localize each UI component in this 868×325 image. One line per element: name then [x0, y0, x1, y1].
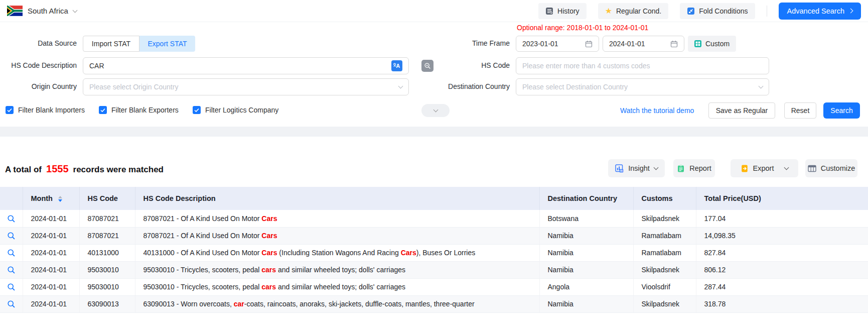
checkbox-checked-icon: [6, 106, 14, 114]
cell-hs-code: 87087021: [79, 227, 135, 244]
cell-hs-code: 95030010: [79, 278, 135, 295]
cell-total-price: 287.44: [696, 278, 868, 295]
south-africa-flag-icon: [7, 6, 23, 16]
custom-range-button[interactable]: Custom: [688, 36, 736, 52]
col-month[interactable]: Month: [23, 187, 79, 210]
col-month-label: Month: [31, 194, 53, 202]
start-date-input[interactable]: 2023-01-01: [516, 36, 599, 52]
hs-code-inputbox: [516, 57, 769, 74]
export-icon: [741, 164, 749, 173]
cell-hs-code: 87087021: [79, 210, 135, 227]
cell-hs-code: 95030010: [79, 261, 135, 278]
panel-separator: [0, 127, 868, 137]
end-date-input[interactable]: 2024-01-01: [603, 36, 684, 52]
col-hs-description: HS Code Description: [135, 187, 539, 210]
row-detail-search-icon[interactable]: [7, 214, 16, 223]
data-source-segmented: Import STAT Export STAT: [83, 36, 195, 52]
cell-destination-country: Angola: [539, 278, 633, 295]
top-bar: South Africa History ★ Regular Cond.: [0, 0, 868, 22]
filter-logitics-company-label: Filter Logitics Company: [205, 106, 278, 114]
row-detail-search-icon[interactable]: [7, 283, 16, 291]
cell-month: 2024-01-01: [23, 278, 79, 295]
insight-icon: BI: [615, 164, 624, 173]
translate-icon[interactable]: A: [391, 60, 402, 71]
chevron-down-icon: [653, 165, 658, 170]
chevron-down-icon: [784, 165, 789, 170]
row-detail-search-icon[interactable]: [7, 300, 16, 308]
cell-detail: [0, 278, 23, 295]
hs-desc-input[interactable]: [89, 62, 391, 70]
table-header-row: Month HS Code HS Code Description Destin…: [0, 187, 868, 210]
cell-destination-country: Namibia: [539, 244, 633, 261]
country-selector[interactable]: South Africa: [7, 6, 77, 16]
cell-customs: Ramatlabam: [633, 244, 696, 261]
fold-conditions-icon: [687, 7, 695, 15]
cell-total-price: 827.84: [696, 244, 868, 261]
tutorial-demo-link[interactable]: Watch the tutorial demo: [620, 102, 694, 119]
table-row: 2024-01-018708702187087021 - Of A Kind U…: [0, 227, 868, 244]
hs-desc-inputbox: A: [83, 57, 409, 74]
hs-code-label: HS Code: [431, 57, 510, 74]
search-button[interactable]: Search: [823, 102, 860, 119]
save-as-regular-button[interactable]: Save as Regular: [708, 102, 775, 119]
cell-detail: [0, 210, 23, 227]
cell-hs-description: 87087021 - Of A Kind Used On Motor Cars: [135, 210, 539, 227]
col-hs-code: HS Code: [79, 187, 135, 210]
row-detail-search-icon[interactable]: [7, 249, 16, 257]
start-date-value: 2023-01-01: [522, 40, 558, 48]
origin-country-select[interactable]: Please select Origin Country: [83, 78, 409, 95]
history-button[interactable]: History: [538, 3, 587, 19]
cell-customs: Skilpadsnek: [633, 295, 696, 312]
advanced-search-button[interactable]: Advanced Search: [779, 3, 861, 20]
svg-text:BI: BI: [620, 169, 623, 172]
cell-customs: Skilpadsnek: [633, 210, 696, 227]
hs-code-input[interactable]: [522, 62, 763, 70]
chevron-right-icon: [848, 9, 853, 14]
cell-destination-country: Namibia: [539, 227, 633, 244]
table-row: 2024-01-019503001095030010 - Tricycles, …: [0, 261, 868, 278]
report-icon: [677, 164, 685, 173]
cell-detail: [0, 295, 23, 312]
data-source-label: Data Source: [0, 35, 77, 52]
destination-country-placeholder: Please select Destination Country: [522, 83, 628, 91]
cell-detail: [0, 261, 23, 278]
export-button[interactable]: Export: [731, 159, 798, 177]
insight-button[interactable]: BI Insight: [608, 159, 665, 177]
filter-blank-exporters-checkbox[interactable]: Filter Blank Exporters: [99, 106, 179, 114]
table-row: 2024-01-014013100040131000 - Of A Kind U…: [0, 244, 868, 261]
expand-conditions-toggle[interactable]: [421, 104, 450, 117]
country-name: South Africa: [28, 7, 68, 15]
row-detail-search-icon[interactable]: [7, 232, 16, 240]
origin-country-placeholder: Please select Origin Country: [89, 83, 178, 91]
optional-range-hint: Optional range: 2018-01-01 to 2024-01-01: [517, 24, 648, 32]
report-button[interactable]: Report: [673, 159, 715, 177]
regular-cond-label: Regular Cond.: [616, 7, 661, 15]
custom-label: Custom: [705, 40, 730, 48]
regular-cond-button[interactable]: ★ Regular Cond.: [598, 3, 669, 19]
cell-month: 2024-01-01: [23, 244, 79, 261]
export-stat-option[interactable]: Export STAT: [139, 36, 195, 52]
destination-country-select[interactable]: Please select Destination Country: [516, 78, 769, 95]
fold-conditions-label: Fold Conditions: [699, 7, 748, 15]
table-body: 2024-01-018708702187087021 - Of A Kind U…: [0, 210, 868, 312]
reset-button[interactable]: Reset: [784, 102, 816, 119]
time-frame-label: Time Frame: [431, 35, 510, 52]
cell-customs: Skilpadsnek: [633, 261, 696, 278]
fold-conditions-button[interactable]: Fold Conditions: [680, 3, 755, 19]
col-total-price: Total Price(USD): [696, 187, 868, 210]
import-stat-option[interactable]: Import STAT: [83, 36, 139, 52]
cell-hs-description: 95030010 - Tricycles, scooters, pedal ca…: [135, 278, 539, 295]
col-detail: [0, 187, 23, 210]
sort-icon[interactable]: [58, 196, 62, 202]
svg-text:A: A: [396, 63, 400, 69]
customize-button[interactable]: Customize: [805, 159, 857, 177]
custom-icon: [694, 40, 701, 47]
cell-hs-code: 63090013: [79, 295, 135, 312]
calendar-icon: [585, 40, 593, 48]
filter-blank-importers-checkbox[interactable]: Filter Blank Importers: [6, 106, 85, 114]
search-conditions-panel: Optional range: 2018-01-01 to 2024-01-01…: [0, 22, 868, 127]
cell-total-price: 318.78: [696, 295, 868, 312]
filter-logitics-company-checkbox[interactable]: Filter Logitics Company: [193, 106, 278, 114]
row-detail-search-icon[interactable]: [7, 266, 16, 274]
chevron-down-icon: [398, 84, 403, 89]
